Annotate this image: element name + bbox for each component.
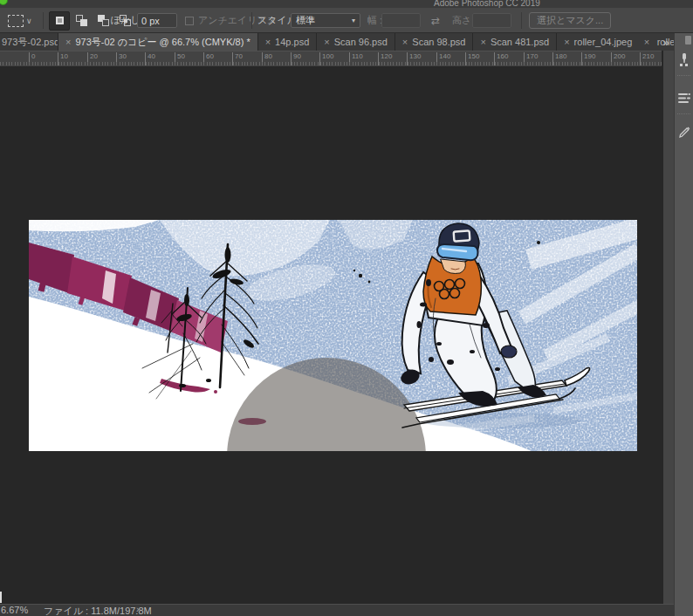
ruler-tick: 120 xyxy=(378,52,392,65)
height-input[interactable] xyxy=(472,13,511,28)
brushes-panel-icon[interactable] xyxy=(677,91,691,105)
close-icon[interactable]: × xyxy=(564,38,569,47)
tab-scan96[interactable]: × Scan 96.psd xyxy=(317,33,395,51)
document-tab-bar: 973号-02.psd × 973号-02 のコピー @ 66.7% (CMYK… xyxy=(0,33,674,51)
close-icon[interactable]: × xyxy=(265,38,271,47)
ski-illustration xyxy=(29,220,637,451)
select-and-mask-button[interactable]: 選択とマスク... xyxy=(529,12,611,29)
partial-tab-close[interactable]: × xyxy=(638,33,655,51)
canvas-workspace[interactable] xyxy=(0,66,663,604)
ruler-tick: 80 xyxy=(262,52,272,65)
window-title: Adobe Photoshop CC 2019 xyxy=(434,0,540,8)
marquee-tool-button[interactable] xyxy=(8,8,24,33)
ruler-tick: 200 xyxy=(611,52,625,65)
marquee-icon xyxy=(8,15,24,27)
brush-settings-panel-icon[interactable] xyxy=(677,52,691,66)
close-icon[interactable]: × xyxy=(65,38,71,47)
panel-divider xyxy=(677,75,690,76)
goggles xyxy=(437,244,478,260)
panel-divider xyxy=(677,113,690,114)
ruler-tick: 40 xyxy=(145,52,155,65)
ruler-tick: 190 xyxy=(581,52,595,65)
new-selection-icon xyxy=(54,15,65,26)
new-selection-button[interactable] xyxy=(49,11,70,31)
antialias-checkbox[interactable] xyxy=(185,17,194,25)
window-titlebar: Adobe Photoshop CC 2019 xyxy=(0,0,693,8)
ruler-tick: 210 xyxy=(640,52,654,65)
divider xyxy=(251,12,252,29)
subtract-from-selection-icon xyxy=(98,15,109,26)
ruler-tick: 50 xyxy=(175,52,185,65)
ruler-tick: 30 xyxy=(116,52,127,65)
ruler-tick: 110 xyxy=(349,52,363,65)
panel-scrollbar-thumb[interactable] xyxy=(685,36,691,44)
close-icon[interactable]: × xyxy=(324,38,329,47)
collapsed-panel-dock xyxy=(674,33,693,616)
width-label: 幅 : xyxy=(367,14,382,27)
status-chevron-icon[interactable]: › xyxy=(136,604,140,614)
style-value: 標準 xyxy=(296,14,315,27)
ruler-tick: 170 xyxy=(524,52,538,65)
close-icon: × xyxy=(644,38,649,47)
swap-dimensions-icon[interactable]: ⇄ xyxy=(431,15,440,27)
style-dropdown[interactable]: 標準 ▾ xyxy=(291,13,360,28)
ruler-tick: 140 xyxy=(436,52,450,65)
add-to-selection-button[interactable] xyxy=(71,11,92,31)
document-artboard[interactable] xyxy=(29,220,637,451)
tool-options-bar: ∨ ぼかし : アンチエイリアス スタイル : 標準 ▾ 幅 : ⇄ 高さ : xyxy=(0,8,693,33)
tab-14p[interactable]: × 14p.psd xyxy=(258,33,318,51)
pencil-panel-icon[interactable] xyxy=(677,124,691,138)
ruler-tick: 0 xyxy=(29,52,35,65)
ruler-tick: 20 xyxy=(87,52,98,65)
ruler-tick: 90 xyxy=(291,52,301,65)
divider xyxy=(521,12,522,29)
status-bar: 6.67% ファイル : 11.8M/197.8M › xyxy=(0,604,674,616)
ruler-tick: 180 xyxy=(552,52,566,65)
ruler-tick: 150 xyxy=(465,52,479,65)
panel-gutter xyxy=(663,51,674,604)
tab-scan481[interactable]: × Scan 481.psd xyxy=(473,33,557,51)
scrollbar-sliver[interactable] xyxy=(0,592,2,603)
close-icon[interactable]: × xyxy=(402,38,408,47)
tool-preset-chevron-icon[interactable]: ∨ xyxy=(26,8,32,33)
width-input[interactable] xyxy=(381,13,421,28)
tab-973-02[interactable]: 973号-02.psd xyxy=(0,33,58,51)
ruler-tick: 160 xyxy=(494,52,508,65)
ruler-tick: 130 xyxy=(407,52,421,65)
ruler-tick: 60 xyxy=(203,52,214,65)
close-icon[interactable]: × xyxy=(480,38,485,47)
add-to-selection-icon xyxy=(76,15,87,26)
tab-roller04[interactable]: × roller_04.jpeg xyxy=(557,33,640,51)
tab-scan98[interactable]: × Scan 98.psd xyxy=(395,33,474,51)
horizontal-ruler[interactable]: 0 10 20 30 40 50 60 70 80 90 100 110 120… xyxy=(0,51,662,66)
tab-overflow-button[interactable]: » xyxy=(658,33,674,51)
zoom-level[interactable]: 6.67% xyxy=(1,605,28,615)
ruler-tick: 10 xyxy=(58,52,68,65)
ruler-tick: 70 xyxy=(232,52,243,65)
traffic-light-green-icon[interactable] xyxy=(0,0,8,5)
divider xyxy=(43,12,44,29)
feather-input[interactable] xyxy=(137,13,177,28)
tab-973-02-copy-active[interactable]: × 973号-02 のコピー @ 66.7% (CMYK/8) * xyxy=(58,33,258,51)
ruler-tick: 100 xyxy=(319,52,333,65)
chevron-down-icon: ▾ xyxy=(352,17,355,24)
